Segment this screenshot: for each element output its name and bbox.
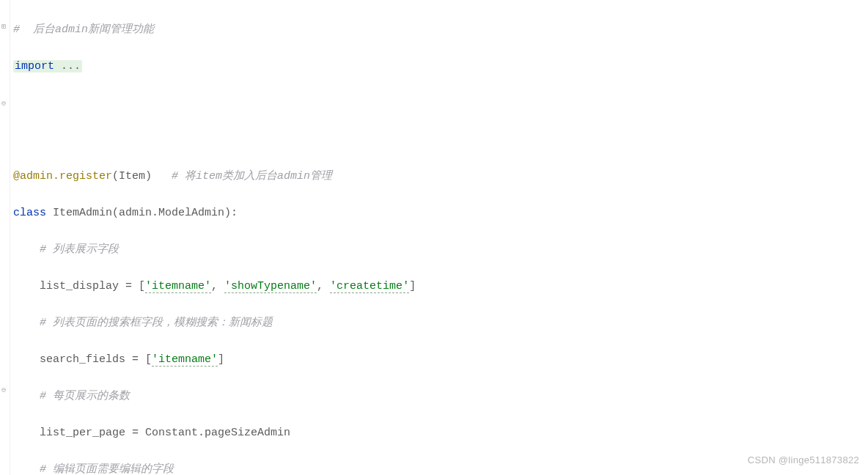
code-comment: # 列表页面的搜索框字段，模糊搜索：新闻标题	[13, 317, 273, 329]
fold-icon[interactable]: ⊖	[1, 387, 9, 394]
code-comment: # 后台admin新闻管理功能	[13, 23, 154, 36]
string-literal: 'itemname'	[145, 280, 211, 293]
code-comment: # 列表展示字段	[13, 243, 119, 256]
code-comment: # 编辑页面需要编辑的字段	[13, 463, 174, 475]
gutter: ⊞ ⊖ ⊖	[0, 0, 10, 475]
blank-line	[13, 130, 868, 149]
string-literal: 'showTypename'	[224, 280, 317, 293]
decorator: @admin.register	[13, 170, 112, 183]
code-comment: # 每页展示的条数	[13, 390, 130, 402]
fold-icon[interactable]: ⊞	[1, 23, 9, 31]
fold-icon[interactable]: ⊖	[1, 100, 9, 108]
keyword-class: class	[13, 207, 53, 219]
folded-import[interactable]: import ...	[13, 60, 82, 73]
watermark: CSDN @linge511873822	[748, 451, 859, 469]
code-comment: # 将item类加入后台admin管理	[152, 170, 332, 183]
code-editor[interactable]: ⊞ ⊖ ⊖ # 后台admin新闻管理功能 import ... @admin.…	[0, 0, 868, 475]
string-literal: 'itemname'	[152, 353, 218, 367]
code-text: list_per_page = Constant.pageSizeAdmin	[13, 427, 290, 439]
blank-line	[13, 94, 868, 112]
code-area[interactable]: # 后台admin新闻管理功能 import ... @admin.regist…	[10, 0, 868, 475]
string-literal: 'createtime'	[330, 280, 409, 293]
